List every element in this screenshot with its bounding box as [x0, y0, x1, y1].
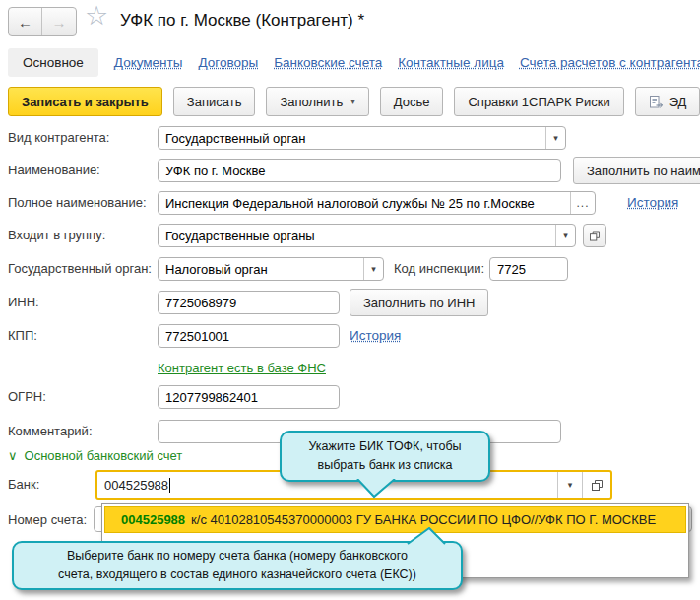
dossier-button[interactable]: Досье — [380, 87, 444, 116]
full-name-history-link[interactable]: История — [627, 195, 678, 210]
favorite-star-icon[interactable]: ☆ — [85, 3, 108, 30]
back-arrow-icon: ← — [18, 14, 32, 31]
full-name-input[interactable]: Инспекция Федеральной налоговой службы №… — [158, 191, 596, 215]
tab-settlement-accounts[interactable]: Счета расчетов с контрагентами — [520, 55, 700, 70]
forward-button[interactable]: → — [42, 8, 76, 35]
group-value: Государственные органы — [165, 229, 555, 243]
fill-by-inn-button[interactable]: Заполнить по ИНН — [350, 289, 488, 316]
gov-organ-label: Государственный орган: — [8, 261, 152, 276]
edi-icon — [649, 95, 664, 109]
open-bank-button[interactable] — [583, 472, 610, 498]
tab-documents[interactable]: Документы — [114, 55, 183, 70]
suggestion-bik: 004525988 — [121, 512, 185, 527]
save-and-close-label: Записать и закрыть — [22, 95, 149, 109]
group-label: Входит в группу: — [8, 228, 105, 242]
back-button[interactable]: ← — [9, 8, 42, 35]
page-title: УФК по г. Москве (Контрагент) * — [120, 11, 364, 31]
open-icon — [592, 480, 603, 491]
forward-arrow-icon: → — [52, 14, 67, 31]
chevron-down-icon[interactable]: ▾ — [364, 258, 383, 280]
chevron-down-icon[interactable]: ▾ — [556, 225, 575, 246]
inspection-code-label: Код инспекции: — [394, 261, 484, 276]
ellipsis-icon[interactable]: ... — [571, 192, 595, 214]
tab-bank-accounts[interactable]: Банковские счета — [274, 55, 382, 70]
gov-organ-select[interactable]: Налоговый орган ▾ — [158, 257, 384, 281]
kpp-history-link[interactable]: История — [350, 328, 401, 343]
bik-tooltip-line2: выбрать банк из списка — [289, 456, 480, 475]
comment-label: Комментарий: — [8, 424, 93, 438]
inn-label: ИНН: — [8, 295, 39, 309]
main-bank-account-section-title: Основной банковский счет — [25, 448, 183, 463]
ogrn-label: ОГРН: — [8, 389, 46, 404]
open-icon — [590, 231, 600, 241]
account-tooltip-tail — [406, 527, 449, 545]
tab-contact-persons[interactable]: Контактные лица — [398, 55, 504, 70]
inn-input[interactable]: 7725068979 — [158, 291, 340, 314]
name-input[interactable]: УФК по г. Москве — [158, 159, 561, 182]
fill-by-name-button[interactable]: Заполнить по наим — [573, 157, 700, 184]
bik-tooltip: Укажите БИК ТОФК, чтобы выбрать банк из … — [280, 431, 490, 482]
kpp-value: 772501001 — [165, 329, 339, 344]
gov-organ-value: Налоговый орган — [165, 262, 363, 277]
edi-button[interactable]: ЭД — [635, 87, 700, 116]
fill-menu-button[interactable]: Заполнить▾ — [266, 87, 368, 116]
bank-suggestion-item[interactable]: 004525988 к/с 40102810545370000003 ГУ БА… — [104, 506, 686, 533]
name-label: Наименование: — [8, 163, 100, 177]
fill-by-inn-label: Заполнить по ИНН — [363, 296, 475, 310]
chevron-down-icon[interactable]: ▾ — [558, 472, 582, 498]
account-tooltip-line2: счета, входящего в состав единого казнач… — [22, 566, 453, 584]
tab-contracts[interactable]: Договоры — [198, 55, 258, 70]
main-bank-account-section-toggle[interactable]: ∨ Основной банковский счет — [8, 448, 182, 463]
save-and-close-button[interactable]: Записать и закрыть — [8, 87, 162, 116]
tab-main[interactable]: Основное — [8, 48, 98, 77]
bik-tooltip-line1: Укажите БИК ТОФК, чтобы — [289, 437, 480, 456]
full-name-value: Инспекция Федеральной налоговой службы №… — [165, 196, 570, 211]
bank-bik-value: 004525988 — [104, 478, 168, 493]
bank-label: Банк: — [8, 477, 39, 492]
text-cursor — [169, 478, 170, 493]
inn-value: 7725068979 — [165, 296, 339, 310]
toolbar: Записать и закрыть Записать Заполнить▾ Д… — [8, 87, 700, 116]
contractor-card-window: ← → ☆ УФК по г. Москве (Контрагент) * Ос… — [0, 0, 700, 600]
account-tooltip-line1: Выберите банк по номеру счета банка (ном… — [22, 547, 453, 566]
group-select[interactable]: Государственные органы ▾ — [158, 224, 576, 247]
ogrn-input[interactable]: 1207799862401 — [158, 385, 340, 409]
fill-label: Заполнить — [280, 95, 343, 109]
account-number-label: Номер счета: — [8, 512, 87, 527]
ogrn-value: 1207799862401 — [165, 390, 339, 405]
save-label: Записать — [187, 95, 242, 109]
dossier-label: Досье — [394, 95, 430, 109]
inspection-code-value: 7725 — [497, 262, 567, 277]
account-tooltip: Выберите банк по номеру счета банка (ном… — [12, 541, 463, 590]
suggestion-text: к/с 40102810545370000003 ГУ БАНКА РОССИИ… — [191, 512, 656, 527]
kpp-input[interactable]: 772501001 — [158, 324, 340, 348]
spark-reports-button[interactable]: Справки 1СПАРК Риски — [454, 87, 623, 116]
kpp-label: КПП: — [8, 328, 37, 343]
fns-database-link[interactable]: Контрагент есть в базе ФНС — [158, 361, 326, 375]
inspection-code-input[interactable]: 7725 — [489, 257, 568, 281]
fill-by-name-label: Заполнить по наим — [587, 164, 700, 178]
nav-history-group: ← → — [8, 7, 77, 36]
spark-label: Справки 1СПАРК Риски — [468, 95, 609, 109]
save-button[interactable]: Записать — [173, 87, 256, 116]
chevron-down-icon: ▾ — [350, 97, 355, 106]
contractor-type-value: Государственный орган — [165, 131, 545, 146]
tab-bar: Основное Документы Договоры Банковские с… — [8, 46, 700, 78]
contractor-type-select[interactable]: Государственный орган ▾ — [158, 126, 566, 150]
edi-label: ЭД — [669, 95, 687, 109]
contractor-type-label: Вид контрагента: — [8, 130, 109, 145]
bik-tooltip-tail — [354, 479, 398, 499]
open-group-button[interactable] — [583, 224, 606, 247]
chevron-down-icon: ∨ — [8, 448, 18, 463]
name-value: УФК по г. Москве — [165, 164, 560, 178]
full-name-label: Полное наименование: — [8, 195, 147, 210]
chevron-down-icon[interactable]: ▾ — [546, 127, 565, 149]
